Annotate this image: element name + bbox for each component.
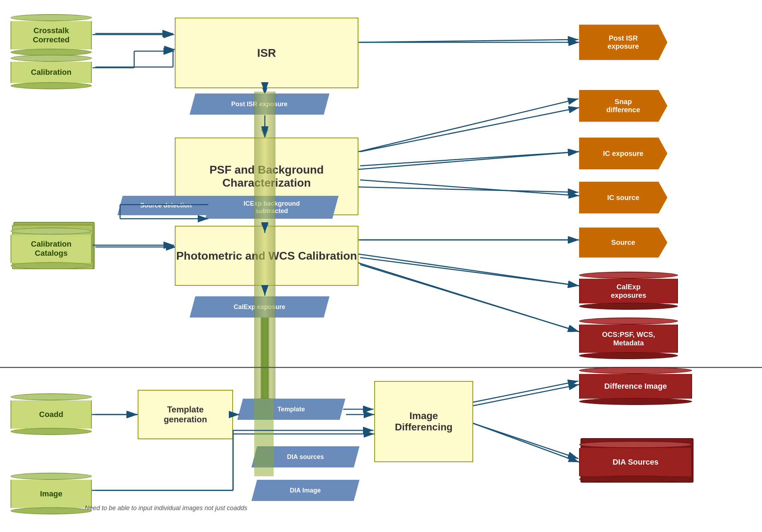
image-diff-box: ImageDifferencing: [374, 381, 473, 462]
ocs-label: OCS:PSF, WCS,Metadata: [579, 325, 678, 353]
svg-line-47: [358, 263, 578, 332]
coadd-label: Coadd: [11, 400, 92, 429]
post-isr-output-label: Post ISRexposure: [608, 34, 639, 50]
template-flow-label: Template: [278, 406, 305, 413]
ic-source-output: IC source: [579, 182, 667, 213]
ic-exposure-output: IC exposure: [579, 138, 667, 169]
snap-diff-label: Snapdifference: [606, 98, 640, 114]
calib-catalogs-cylinder: CalibrationCatalogs: [11, 228, 92, 269]
dia-image-flow: DIA Image: [251, 480, 359, 501]
diff-image-label: Difference Image: [579, 374, 692, 399]
svg-line-8: [360, 152, 579, 166]
svg-line-57: [358, 187, 578, 192]
source-detection-label: Source detection: [140, 202, 192, 209]
isr-box: ISR: [175, 18, 358, 88]
image-diff-label: ImageDifferencing: [395, 410, 452, 433]
ic-exposure-label: IC exposure: [603, 150, 643, 158]
snap-diff-output: Snapdifference: [579, 90, 667, 122]
dia-image-flow-label: DIA Image: [290, 487, 321, 494]
source-label: Source: [611, 238, 635, 247]
svg-line-55: [358, 99, 578, 152]
calib-catalogs-label: CalibrationCatalogs: [11, 235, 92, 263]
svg-line-16: [360, 265, 579, 332]
pipeline-diagram: CrosstalkCorrected Calibration ISR Post …: [0, 0, 762, 532]
svg-line-15: [360, 258, 579, 286]
post-isr-output: Post ISRexposure: [579, 25, 667, 60]
svg-line-36: [473, 381, 578, 402]
template-gen-label: Templategeneration: [164, 405, 207, 424]
svg-line-56: [358, 152, 578, 169]
vertical-bar: [254, 92, 275, 399]
template-gen-box: Templategeneration: [138, 390, 233, 439]
note-text: Need to be able to input individual imag…: [85, 504, 247, 512]
isr-label: ISR: [257, 47, 276, 60]
svg-line-37: [473, 423, 578, 459]
svg-line-7: [360, 108, 579, 152]
template-flow: Template: [237, 399, 345, 420]
dia-sources-flow-label: DIA sources: [287, 453, 324, 461]
ic-source-label: IC source: [607, 194, 639, 202]
diff-image-output: Difference Image: [579, 367, 692, 405]
source-output: Source: [579, 228, 667, 258]
image-cylinder: Image: [11, 473, 92, 514]
svg-line-21: [473, 385, 579, 406]
calexp-label: CalExpexposures: [579, 279, 678, 303]
dia-sources-output: DIA Sources: [579, 441, 692, 483]
ocs-output: OCS:PSF, WCS,Metadata: [579, 318, 678, 359]
svg-line-22: [473, 423, 579, 462]
coadd-cylinder: Coadd: [11, 393, 92, 435]
crosstalk-cylinder: CrosstalkCorrected: [11, 14, 92, 56]
dia-sources-output-label: DIA Sources: [579, 448, 692, 476]
svg-line-9: [360, 180, 579, 196]
source-detection-flow: Source detection: [118, 196, 215, 215]
calexp-output: CalExpexposures: [579, 272, 678, 310]
dia-sources-flow: DIA sources: [251, 446, 359, 467]
image-label: Image: [11, 480, 92, 508]
crosstalk-label: CrosstalkCorrected: [11, 21, 92, 49]
calibration-label: Calibration: [11, 62, 92, 83]
calibration-cylinder: Calibration: [11, 55, 92, 89]
svg-line-48: [358, 40, 578, 42]
svg-line-46: [358, 254, 578, 286]
